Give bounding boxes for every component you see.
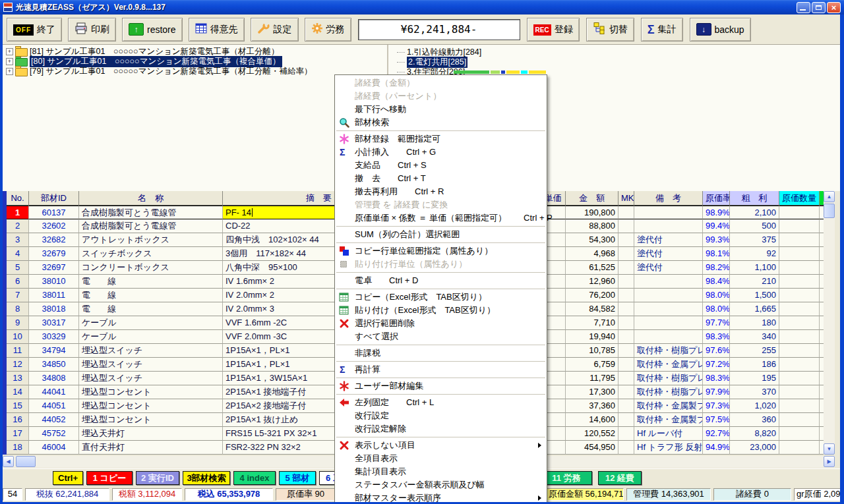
- cell-amount[interactable]: 10,785: [566, 344, 618, 358]
- cell-gross[interactable]: 8,820: [730, 427, 779, 441]
- cell-rate[interactable]: 98.9%: [703, 206, 730, 219]
- cell-remark[interactable]: 塗代付: [634, 261, 703, 275]
- cell-name[interactable]: 埋込型コンセント: [79, 413, 223, 427]
- context-menu-item[interactable]: 最下行へ移動: [335, 103, 547, 116]
- cell-rate[interactable]: 97.2%: [703, 358, 730, 372]
- cell-qty[interactable]: [779, 413, 820, 427]
- cell-qty[interactable]: [779, 233, 820, 247]
- cell-qty[interactable]: [779, 289, 820, 302]
- cell-no[interactable]: 8: [7, 302, 29, 316]
- cell-rate[interactable]: 97.5%: [703, 413, 730, 427]
- cell-amount[interactable]: 190,800: [566, 206, 618, 219]
- cell-gross[interactable]: 1,500: [730, 289, 779, 302]
- context-menu-item[interactable]: SUM（列の合計）選択範囲: [335, 228, 547, 241]
- cell-qty[interactable]: [779, 372, 820, 385]
- cell-mk[interactable]: [618, 316, 634, 330]
- context-menu-item[interactable]: 集計項目表示: [335, 465, 547, 478]
- cell-gross[interactable]: 255: [730, 344, 779, 358]
- column-header-remark[interactable]: 備 考: [634, 191, 703, 206]
- cell-id[interactable]: 30329: [29, 330, 79, 344]
- cell-remark[interactable]: [634, 330, 703, 344]
- cell-qty[interactable]: [779, 399, 820, 413]
- cell-qty[interactable]: [779, 247, 820, 261]
- context-menu-item[interactable]: 電卓Ctrl + D: [335, 274, 547, 287]
- cell-gross[interactable]: 92: [730, 247, 779, 261]
- cell-id[interactable]: 60137: [29, 206, 79, 219]
- toolbar-left-1-button[interactable]: OFF終了: [7, 18, 62, 42]
- cell-qty[interactable]: [779, 330, 820, 344]
- cell-qty[interactable]: [779, 275, 820, 289]
- cell-amount[interactable]: 54,300: [566, 233, 618, 247]
- context-menu-item[interactable]: 原価単価 × 係数 ＝ 単価（範囲指定可）Ctrl + P: [335, 211, 547, 225]
- cell-remark[interactable]: [634, 302, 703, 316]
- cell-rate[interactable]: 97.3%: [703, 399, 730, 413]
- horizontal-scrollbar-thumb[interactable]: [16, 456, 36, 467]
- cell-qty[interactable]: [779, 302, 820, 316]
- cell-rate[interactable]: 98.1%: [703, 247, 730, 261]
- cell-name[interactable]: 埋込型コンセント: [79, 385, 223, 399]
- cell-rate[interactable]: 97.9%: [703, 385, 730, 399]
- cell-no[interactable]: 5: [7, 261, 29, 275]
- column-header-rate[interactable]: 原価率: [703, 191, 730, 206]
- cell-id[interactable]: 32679: [29, 247, 79, 261]
- cell-remark[interactable]: [634, 316, 703, 330]
- cell-qty[interactable]: [779, 344, 820, 358]
- context-menu-item[interactable]: 支給品Ctrl + S: [335, 159, 547, 172]
- hotkey-button-12[interactable]: 12 経費: [598, 471, 642, 485]
- context-menu-item[interactable]: すべて選択: [335, 330, 547, 343]
- cell-mk[interactable]: [618, 413, 634, 427]
- context-menu-item[interactable]: 選択行範囲削除: [335, 317, 547, 330]
- cell-amount[interactable]: 88,800: [566, 219, 618, 233]
- cell-id[interactable]: 44041: [29, 385, 79, 399]
- hotkey-button-5[interactable]: 4 index: [233, 471, 276, 485]
- cell-gross[interactable]: 195: [730, 372, 779, 385]
- context-menu-item[interactable]: 全項目表示: [335, 452, 547, 465]
- cell-qty[interactable]: [779, 441, 820, 455]
- cell-id[interactable]: 34808: [29, 372, 79, 385]
- cell-remark[interactable]: [634, 206, 703, 219]
- context-menu-item[interactable]: コピー（Excel形式 TAB区切り）: [335, 291, 547, 304]
- cell-gross[interactable]: 210: [730, 275, 779, 289]
- cell-no[interactable]: 16: [7, 413, 29, 427]
- cell-amount[interactable]: 19,940: [566, 330, 618, 344]
- cell-gross[interactable]: 180: [730, 316, 779, 330]
- column-header-mk[interactable]: MK: [618, 191, 634, 206]
- cell-qty[interactable]: [779, 316, 820, 330]
- cell-mk[interactable]: [618, 219, 634, 233]
- cell-gross[interactable]: 23,000: [730, 441, 779, 455]
- cell-mk[interactable]: [618, 385, 634, 399]
- section-item-1[interactable]: 1.引込幹線動力[284]: [397, 47, 481, 57]
- cell-qty[interactable]: [779, 358, 820, 372]
- toolbar-left-3-button[interactable]: ↑restore: [122, 18, 183, 42]
- cell-amount[interactable]: 4,968: [566, 247, 618, 261]
- cell-id[interactable]: 44052: [29, 413, 79, 427]
- cell-no[interactable]: 10: [7, 330, 29, 344]
- cell-no[interactable]: 15: [7, 399, 29, 413]
- cell-rate[interactable]: 98.3%: [703, 372, 730, 385]
- toolbar-left-4-button[interactable]: 得意先: [189, 18, 245, 42]
- cell-no[interactable]: 18: [7, 441, 29, 455]
- toolbar-right-3-button[interactable]: Σ集計: [641, 18, 683, 42]
- cell-mk[interactable]: [618, 275, 634, 289]
- cell-name[interactable]: ケーブル: [79, 330, 223, 344]
- context-menu-item[interactable]: 部材検索: [335, 116, 547, 129]
- column-header-no[interactable]: No.: [7, 191, 29, 206]
- cell-id[interactable]: 30317: [29, 316, 79, 330]
- cell-remark[interactable]: Hf トラフ形 反射笠付: [634, 441, 703, 455]
- cell-gross[interactable]: 370: [730, 385, 779, 399]
- cell-amount[interactable]: 6,759: [566, 358, 618, 372]
- cell-remark[interactable]: [634, 275, 703, 289]
- cell-mk[interactable]: [618, 372, 634, 385]
- context-menu-item[interactable]: 表示しない項目: [335, 439, 547, 452]
- cell-gross[interactable]: 500: [730, 219, 779, 233]
- cell-no[interactable]: 7: [7, 289, 29, 302]
- cell-amount[interactable]: 61,525: [566, 261, 618, 275]
- cell-gross[interactable]: 2,100: [730, 206, 779, 219]
- cell-rate[interactable]: 98.2%: [703, 261, 730, 275]
- toolbar-left-5-button[interactable]: 設定: [251, 18, 299, 42]
- cell-remark[interactable]: 取付枠・金属製プレ: [634, 399, 703, 413]
- context-menu-item[interactable]: コピー行単位範囲指定（属性あり）: [335, 244, 547, 258]
- cell-name[interactable]: 直付天井灯: [79, 441, 223, 455]
- cell-amount[interactable]: 84,582: [566, 302, 618, 316]
- cell-remark[interactable]: [634, 219, 703, 233]
